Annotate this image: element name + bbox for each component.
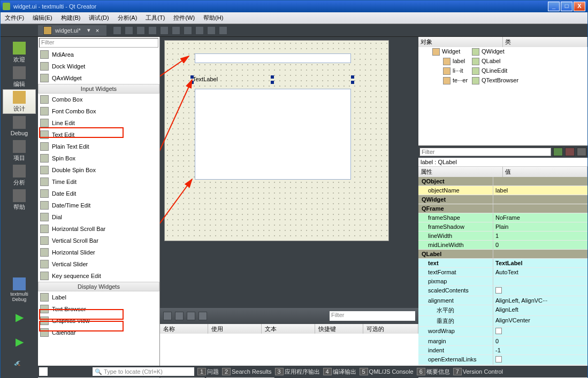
- prop-row[interactable]: margin0: [418, 337, 587, 346]
- widgetbox-item-dial[interactable]: Dial: [38, 211, 159, 223]
- widgetbox-item-key-sequence-edit[interactable]: Key sequence Edit: [38, 270, 159, 282]
- action-filter[interactable]: Filter: [330, 311, 415, 321]
- widgetbox-item-plain-text-edit[interactable]: Plain Text Edit: [38, 141, 159, 152]
- new-action-button[interactable]: [163, 312, 172, 320]
- layout-grid-button[interactable]: [184, 26, 192, 35]
- menu-help[interactable]: 帮助(H): [199, 14, 227, 22]
- prop-row[interactable]: pixmap: [418, 277, 587, 286]
- add-dynamic-prop-button[interactable]: [553, 148, 563, 156]
- mode-design[interactable]: 设计: [3, 89, 36, 114]
- mode-help[interactable]: 帮助: [3, 188, 36, 212]
- output-pane-2[interactable]: 2Search Results: [222, 368, 272, 376]
- selection-handle[interactable]: [271, 81, 274, 84]
- prop-row[interactable]: 水平的AlignLeft: [418, 305, 587, 316]
- menu-widgets[interactable]: 控件(W): [169, 14, 199, 22]
- objtree-row[interactable]: te···erQTextBrowser: [418, 76, 587, 86]
- collapse-icon[interactable]: [39, 367, 48, 376]
- form-widget[interactable]: TextLabel: [164, 40, 389, 241]
- locator-input[interactable]: 🔍 Type to locate (Ctrl+K): [93, 367, 194, 376]
- output-pane-3[interactable]: 3应用程序输出: [275, 368, 320, 376]
- widgetbox-item-mdiarea[interactable]: MdiArea: [38, 49, 159, 60]
- widgetbox-item-date/time-edit[interactable]: Date/Time Edit: [38, 199, 159, 211]
- prop-row[interactable]: openExternalLinks: [418, 355, 587, 365]
- widgetbox-item-line-edit[interactable]: Line Edit: [38, 117, 159, 129]
- widgetbox-item-vertical-slider[interactable]: Vertical Slider: [38, 258, 159, 270]
- menu-build[interactable]: 构建(B): [57, 14, 85, 22]
- selection-handle[interactable]: [190, 81, 194, 84]
- adjust-size-button[interactable]: [219, 26, 227, 35]
- mode-debug[interactable]: Debug: [3, 114, 36, 138]
- output-pane-4[interactable]: 4编译输出: [323, 368, 356, 376]
- objtree-col-object[interactable]: 对象: [418, 37, 503, 47]
- mode-projects[interactable]: 项目: [3, 138, 36, 163]
- minimize-button[interactable]: _: [548, 2, 560, 11]
- checkbox-icon[interactable]: [495, 328, 502, 334]
- prop-row[interactable]: lineWidth1: [418, 232, 587, 241]
- property-list[interactable]: QObjectobjectNamelabelQWidgetQFrameframe…: [418, 177, 587, 378]
- property-filter-input[interactable]: [419, 148, 551, 156]
- menu-tools[interactable]: 工具(T): [141, 14, 169, 22]
- widgetbox-group[interactable]: Display Widgets: [38, 282, 159, 291]
- maximize-button[interactable]: □: [561, 2, 572, 11]
- prop-col-name[interactable]: 属性: [418, 167, 503, 177]
- widgetbox-item-double-spin-box[interactable]: Double Spin Box: [38, 164, 159, 176]
- widgetbox-item-date-edit[interactable]: Date Edit: [38, 188, 159, 199]
- prop-row[interactable]: textTextLabel: [418, 259, 587, 268]
- prop-row[interactable]: frameShapeNoFrame: [418, 213, 587, 222]
- mode-welcome[interactable]: 欢迎: [3, 40, 36, 65]
- copy-action-button[interactable]: [187, 312, 195, 320]
- widgetbox-item-text-edit[interactable]: Text Edit: [38, 129, 159, 141]
- edit-taborder-button[interactable]: [148, 26, 157, 35]
- layout-h-button[interactable]: [160, 26, 169, 35]
- objtree-row[interactable]: WidgetQWidget: [418, 47, 587, 57]
- mode-analyze[interactable]: 分析: [3, 163, 36, 188]
- widgetbox-item-label[interactable]: Label: [38, 291, 159, 303]
- widgetbox-group[interactable]: Input Widgets: [38, 84, 159, 94]
- label-widget[interactable]: TextLabel: [193, 76, 218, 82]
- prop-section[interactable]: QWidget: [418, 195, 587, 204]
- layout-form-button[interactable]: [195, 26, 204, 35]
- open-action-button[interactable]: [175, 312, 184, 320]
- prop-row[interactable]: objectNamelabel: [418, 186, 587, 195]
- dropdown-icon[interactable]: ▾: [87, 27, 90, 34]
- menu-debug[interactable]: 调试(D): [85, 14, 113, 22]
- widgetbox-item-graphics-view[interactable]: Graphics View: [38, 315, 159, 327]
- objtree-row[interactable]: labelQLabel: [418, 57, 587, 66]
- objtree-row[interactable]: li···itQLineEdit: [418, 66, 587, 76]
- prop-row[interactable]: frameShadowPlain: [418, 222, 587, 232]
- close-tab-icon[interactable]: ×: [94, 27, 101, 34]
- prop-row[interactable]: alignmentAlignLeft, AlignVC···: [418, 296, 587, 305]
- close-button[interactable]: X: [574, 2, 585, 11]
- edit-signals-button[interactable]: [125, 26, 133, 35]
- widgetbox-item-time-edit[interactable]: Time Edit: [38, 176, 159, 188]
- widgetbox-item-spin-box[interactable]: Spin Box: [38, 152, 159, 164]
- widgetbox-item-calendar[interactable]: Calendar: [38, 327, 159, 338]
- menu-file[interactable]: 文件(F): [1, 14, 28, 22]
- checkbox-icon[interactable]: [495, 287, 502, 294]
- prop-section[interactable]: QLabel: [418, 250, 587, 259]
- selection-handle[interactable]: [351, 81, 354, 84]
- prop-row[interactable]: 垂直的AlignVCenter: [418, 316, 587, 327]
- output-pane-5[interactable]: 5QML/JS Console: [360, 368, 414, 376]
- prop-section[interactable]: QFrame: [418, 204, 587, 213]
- output-pane-6[interactable]: 6概要信息: [417, 368, 450, 376]
- prop-row[interactable]: scaledContents: [418, 286, 587, 296]
- selection-handle[interactable]: [190, 75, 194, 79]
- widgetbox-item-qaxwidget[interactable]: QAxWidget: [38, 72, 159, 84]
- run-button[interactable]: ▶: [3, 305, 36, 329]
- prop-row[interactable]: textFormatAutoText: [418, 268, 587, 277]
- widgetbox-item-combo-box[interactable]: Combo Box: [38, 94, 159, 105]
- widgetbox-item-horizontal-slider[interactable]: Horizontal Slider: [38, 246, 159, 258]
- objtree-col-class[interactable]: 类: [503, 37, 587, 47]
- widgetbox-item-font-combo-box[interactable]: Font Combo Box: [38, 105, 159, 117]
- widgetbox-item-dock-widget[interactable]: Dock Widget: [38, 60, 159, 72]
- menu-edit[interactable]: 编辑(E): [28, 14, 57, 22]
- textbrowser-widget[interactable]: [195, 89, 351, 180]
- mode-edit[interactable]: 编辑: [3, 65, 36, 89]
- widgetbox-filter[interactable]: Filter: [39, 38, 158, 48]
- delete-action-button[interactable]: [198, 312, 207, 320]
- kit-selector[interactable]: textmultiDebug: [3, 275, 36, 305]
- prop-row[interactable]: wordWrap: [418, 327, 587, 337]
- widgetbox-item-horizontal-scroll-bar[interactable]: Horizontal Scroll Bar: [38, 223, 159, 235]
- output-pane-1[interactable]: 1问题: [197, 368, 219, 376]
